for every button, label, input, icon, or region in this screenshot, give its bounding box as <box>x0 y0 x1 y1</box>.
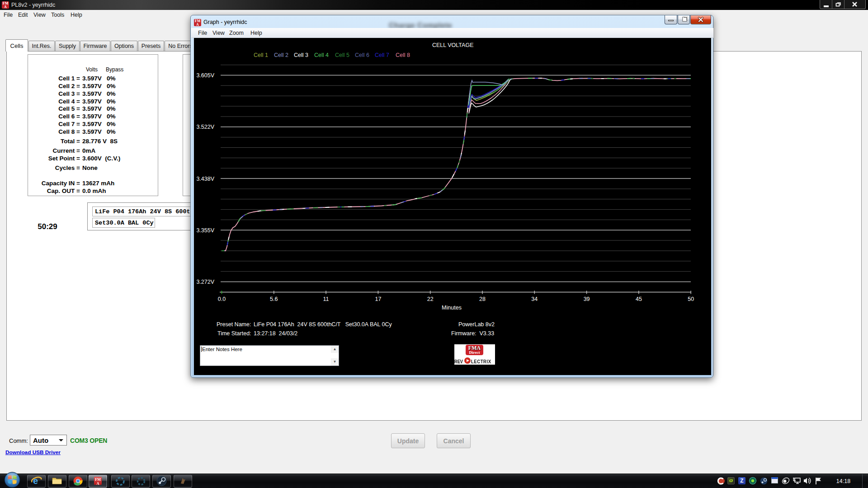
svg-text:50: 50 <box>688 296 694 302</box>
svg-text:39: 39 <box>584 296 590 302</box>
svg-text:5.6: 5.6 <box>270 296 278 302</box>
svg-text:3.438V: 3.438V <box>196 176 214 182</box>
svg-text:0.0: 0.0 <box>218 296 226 302</box>
svg-text:34: 34 <box>531 296 538 302</box>
svg-text:Minutes: Minutes <box>442 305 462 311</box>
svg-text:11: 11 <box>323 296 329 302</box>
svg-text:3.605V: 3.605V <box>196 72 214 79</box>
svg-text:17: 17 <box>375 296 381 302</box>
svg-text:3.355V: 3.355V <box>196 227 214 234</box>
svg-text:28: 28 <box>479 296 486 302</box>
svg-text:3.272V: 3.272V <box>196 279 214 285</box>
svg-text:45: 45 <box>636 296 642 302</box>
svg-text:22: 22 <box>427 296 434 302</box>
svg-text:3.522V: 3.522V <box>196 124 214 130</box>
